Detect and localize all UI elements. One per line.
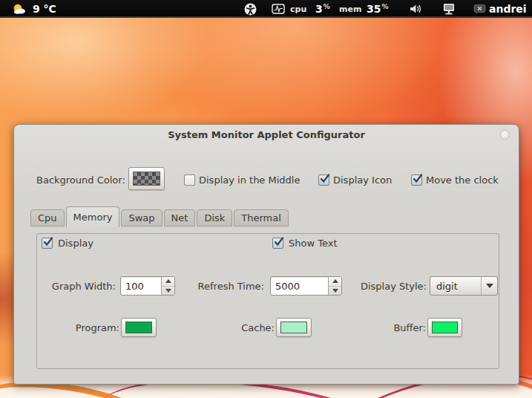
username-text: andrei	[489, 3, 527, 15]
refresh-time-label: Refresh Time:	[194, 281, 264, 292]
cache-color-swatch	[280, 322, 307, 333]
display-style-label: Display Style:	[358, 281, 427, 292]
program-color-label: Program:	[73, 322, 119, 333]
show-text-label: Show Text	[289, 238, 338, 249]
cache-color-label: Cache:	[241, 322, 275, 333]
graph-width-spinbox	[120, 276, 175, 296]
buffer-color-button[interactable]	[427, 318, 462, 337]
show-text-checkbox[interactable]	[272, 238, 283, 249]
temperature-label[interactable]: 9 °C	[33, 0, 56, 18]
background-color-label: Background Color:	[36, 174, 125, 186]
move-clock-checkbox[interactable]	[411, 174, 422, 186]
graph-width-spin-buttons	[161, 277, 174, 295]
system-monitor-configurator-dialog: System Monitor Applet Configurator Backg…	[13, 124, 519, 385]
tab-thermal[interactable]: Thermal	[234, 209, 289, 226]
buffer-color-label: Buffer:	[393, 322, 426, 333]
display-style-value: digit	[430, 281, 481, 292]
display-in-middle-checkbox[interactable]	[184, 174, 195, 186]
buffer-color-swatch	[432, 322, 458, 333]
refresh-time-spin-up[interactable]	[329, 277, 341, 287]
accessibility-icon[interactable]	[243, 0, 257, 18]
dropdown-arrow-zone	[481, 277, 497, 295]
display-in-middle-label: Display in the Middle	[199, 174, 300, 186]
cpu-percent-sign: %	[324, 3, 330, 10]
mem-value[interactable]: 35 %	[367, 0, 389, 18]
refresh-time-spinbox	[270, 276, 342, 296]
chevron-down-icon	[486, 284, 493, 288]
display-icon-checkbox[interactable]	[318, 174, 329, 186]
refresh-time-input[interactable]	[271, 277, 328, 295]
weather-icon[interactable]	[12, 0, 26, 18]
cpu-indicator[interactable]: cpu	[290, 0, 306, 18]
display-icon-label: Display Icon	[333, 174, 392, 186]
cpu-percent: 3	[315, 3, 323, 15]
background-color-button[interactable]	[128, 167, 165, 190]
refresh-time-spin-buttons	[328, 277, 341, 295]
tab-swap[interactable]: Swap	[121, 209, 162, 226]
volume-icon[interactable]	[409, 0, 424, 18]
tab-memory[interactable]: Memory	[66, 206, 120, 227]
cache-color-button[interactable]	[276, 318, 312, 337]
graph-width-spin-up[interactable]	[162, 277, 174, 287]
spin-up-icon	[332, 279, 338, 283]
mem-indicator[interactable]: mem	[339, 0, 361, 18]
top-panel: 9 °C cpu 3 % mem 35 %	[0, 0, 532, 18]
program-color-swatch	[125, 322, 152, 333]
tab-net[interactable]: Net	[164, 209, 196, 226]
mem-percent: 35	[367, 3, 381, 15]
temperature-text: 9 °C	[33, 3, 56, 15]
cpu-value[interactable]: 3 %	[315, 0, 330, 18]
move-clock-label: Move the clock	[426, 174, 499, 186]
notebook-tabbar: CpuMemorySwapNetDiskThermal	[30, 206, 290, 226]
graph-width-label: Graph Width:	[46, 281, 116, 292]
network-monitor-icon[interactable]	[441, 0, 456, 18]
mem-percent-sign: %	[381, 3, 388, 10]
dialog-title: System Monitor Applet Configurator	[14, 129, 519, 140]
graph-width-spin-down[interactable]	[162, 287, 174, 296]
mem-label: mem	[339, 4, 361, 14]
program-color-button[interactable]	[121, 318, 157, 337]
refresh-time-spin-down[interactable]	[329, 287, 341, 296]
system-monitor-applet-icon[interactable]	[272, 0, 286, 18]
tab-cpu[interactable]: Cpu	[30, 209, 65, 226]
username[interactable]: andrei	[489, 0, 527, 18]
display-checkbox[interactable]	[42, 238, 53, 249]
display-style-dropdown[interactable]: digit	[430, 276, 498, 296]
memory-tab-frame	[36, 233, 499, 369]
graph-width-input[interactable]	[121, 277, 161, 295]
tab-disk[interactable]: Disk	[197, 209, 232, 226]
dialog-corner-button[interactable]	[500, 130, 510, 140]
display-label: Display	[58, 238, 93, 249]
spin-down-icon	[165, 289, 171, 293]
spin-down-icon	[332, 289, 338, 293]
spin-up-icon	[165, 279, 171, 283]
background-color-swatch	[133, 172, 160, 186]
cpu-label: cpu	[290, 4, 306, 14]
chat-status-icon[interactable]	[473, 0, 487, 18]
